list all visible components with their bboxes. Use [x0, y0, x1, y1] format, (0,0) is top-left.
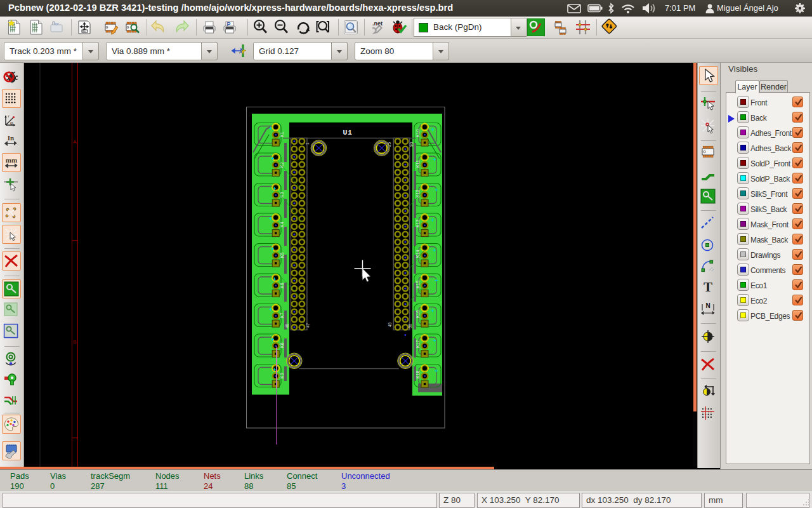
svg-text:49: 49 [388, 322, 392, 327]
svg-text:K12: K12 [416, 189, 420, 197]
svg-text:K18: K18 [416, 370, 420, 378]
svg-text:A: A [73, 139, 77, 145]
svg-text:K8: K8 [280, 342, 284, 348]
svg-text:mm: mm [6, 156, 17, 164]
svg-text:B: B [73, 339, 76, 345]
svg-text:K13: K13 [416, 219, 420, 227]
svg-text:N: N [705, 302, 710, 309]
svg-text:r: r [8, 114, 10, 119]
svg-text:K16: K16 [416, 310, 420, 318]
svg-text:48: 48 [285, 323, 289, 328]
svg-text:K11: K11 [416, 160, 420, 168]
svg-text:In: In [8, 134, 14, 142]
svg-text:T: T [704, 279, 712, 295]
svg-text:1: 1 [305, 142, 310, 145]
svg-text:K9: K9 [280, 373, 284, 378]
svg-text:K7: K7 [280, 312, 284, 318]
svg-text:φ: φ [10, 120, 13, 126]
svg-text:50: 50 [408, 323, 412, 328]
svg-text:K2: K2 [280, 162, 284, 168]
svg-text:K5: K5 [280, 252, 284, 258]
svg-text:P: P [227, 21, 231, 27]
svg-text:U1: U1 [343, 128, 353, 137]
svg-text:K17: K17 [416, 340, 420, 348]
svg-text:K1: K1 [280, 131, 284, 137]
svg-text:K10: K10 [416, 129, 420, 137]
svg-text:K4: K4 [280, 222, 284, 227]
svg-text:90: 90 [409, 142, 414, 147]
svg-text:K15: K15 [416, 280, 420, 288]
svg-text:47: 47 [306, 323, 310, 328]
svg-text:K6: K6 [280, 283, 284, 288]
svg-text:.net: .net [372, 20, 383, 27]
